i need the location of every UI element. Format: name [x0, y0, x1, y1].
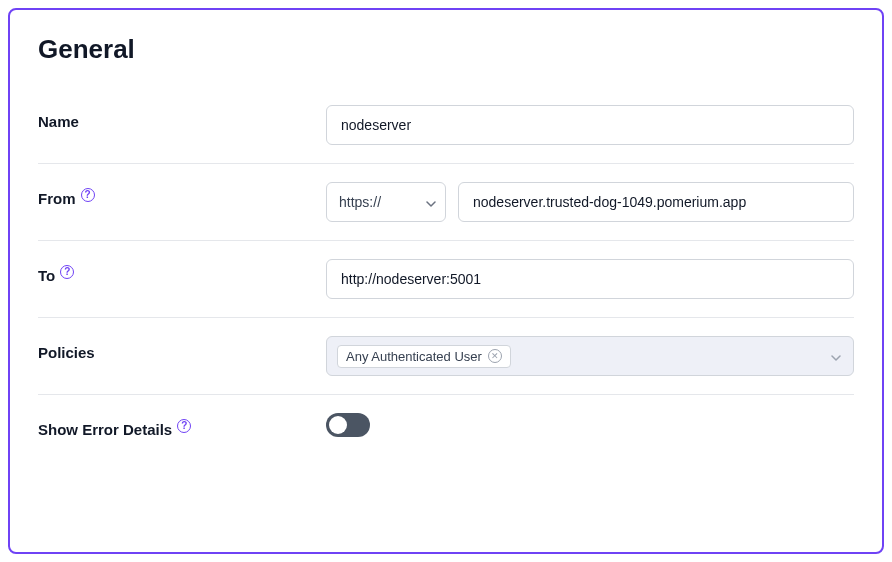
- from-host-input[interactable]: [458, 182, 854, 222]
- label-show-error-details: Show Error Details ?: [38, 413, 326, 438]
- panel-title: General: [38, 34, 854, 65]
- caret-down-icon: [831, 347, 841, 365]
- policy-chip-label: Any Authenticated User: [346, 349, 482, 364]
- label-from: From ?: [38, 182, 326, 207]
- label-to: To ?: [38, 259, 326, 284]
- label-to-text: To: [38, 267, 55, 284]
- remove-icon[interactable]: ✕: [488, 349, 502, 363]
- row-name: Name: [38, 105, 854, 164]
- row-to: To ?: [38, 241, 854, 318]
- label-name: Name: [38, 105, 326, 130]
- control-show-error-details: [326, 413, 854, 437]
- row-from: From ? https://: [38, 164, 854, 241]
- label-from-text: From: [38, 190, 76, 207]
- row-policies: Policies Any Authenticated User ✕: [38, 318, 854, 395]
- label-policies: Policies: [38, 336, 326, 361]
- control-name: [326, 105, 854, 145]
- label-name-text: Name: [38, 113, 79, 130]
- toggle-knob: [329, 416, 347, 434]
- help-icon[interactable]: ?: [177, 419, 191, 433]
- help-icon[interactable]: ?: [81, 188, 95, 202]
- protocol-select-value: https://: [326, 182, 446, 222]
- label-show-error-details-text: Show Error Details: [38, 421, 172, 438]
- protocol-select[interactable]: https://: [326, 182, 446, 222]
- to-input[interactable]: [326, 259, 854, 299]
- policy-chip: Any Authenticated User ✕: [337, 345, 511, 368]
- show-error-details-toggle[interactable]: [326, 413, 370, 437]
- name-input[interactable]: [326, 105, 854, 145]
- label-policies-text: Policies: [38, 344, 95, 361]
- control-to: [326, 259, 854, 299]
- general-panel: General Name From ? https:// To ?: [8, 8, 884, 554]
- policies-select[interactable]: Any Authenticated User ✕: [326, 336, 854, 376]
- row-show-error-details: Show Error Details ?: [38, 395, 854, 456]
- control-from: https://: [326, 182, 854, 222]
- help-icon[interactable]: ?: [60, 265, 74, 279]
- control-policies: Any Authenticated User ✕: [326, 336, 854, 376]
